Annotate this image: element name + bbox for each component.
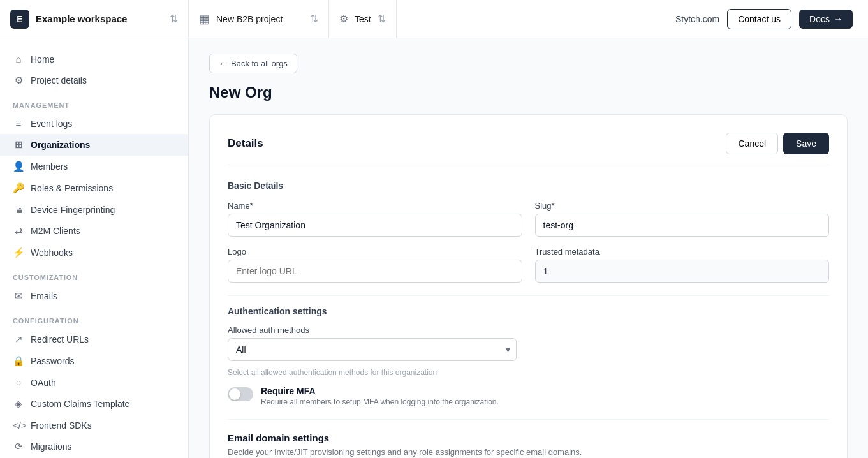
sidebar-item-migrations[interactable]: ⟳ Migrations [0,436,188,457]
sidebar-item-event-logs[interactable]: ≡ Event logs [0,113,188,134]
allowed-auth-helper: Select all allowed authentication method… [228,368,517,377]
sidebar-item-redirect-urls[interactable]: ↗ Redirect URLs [0,329,188,350]
project-icon: ▦ [199,12,210,26]
docs-arrow-icon: → [834,14,842,24]
workspace-avatar: E [10,10,29,29]
sidebar: ⌂ Home ⚙ Project details Management ≡ Ev… [0,38,189,458]
sidebar-label-passwords: Passwords [31,356,74,366]
management-section-label: Management [0,91,188,113]
allowed-auth-label: Allowed auth methods [228,325,517,335]
passwords-icon: 🔒 [13,355,24,367]
metadata-label: Trusted metadata [535,247,830,256]
sidebar-label-redirect-urls: Redirect URLs [31,334,89,344]
project-name: New B2B project [216,14,304,24]
top-header: E Example workspace ⇅ ▦ New B2B project … [0,0,868,38]
sidebar-item-roles-permissions[interactable]: 🔑 Roles & Permissions [0,177,188,199]
cancel-button[interactable]: Cancel [726,133,778,154]
allowed-auth-group: Allowed auth methods All Magic links OAu… [228,325,517,377]
sidebar-label-device-fingerprinting: Device Fingerprinting [31,205,115,215]
require-mfa-row: Require MFA Require all members to setup… [228,386,829,406]
require-mfa-toggle[interactable] [228,387,253,401]
sidebar-label-frontend-sdks: Frontend SDKs [31,420,92,431]
back-button-label: Back to all orgs [231,59,288,68]
auth-settings-section: Authentication settings Allowed auth met… [228,295,829,406]
sidebar-label-webhooks: Webhooks [31,247,73,258]
claims-icon: ◈ [13,398,24,410]
sidebar-item-oauth[interactable]: ○ OAuth [0,372,188,393]
sidebar-label-project-details: Project details [31,75,87,85]
project-switcher[interactable]: ▦ New B2B project ⇅ [189,0,329,38]
allowed-auth-select[interactable]: All Magic links OAuth Password SSO [228,338,517,361]
save-button[interactable]: Save [783,133,829,154]
workspace-chevron-icon: ⇅ [170,13,178,25]
workspace-switcher[interactable]: E Example workspace ⇅ [0,0,189,38]
slug-group: Slug* [535,201,830,237]
basic-details-label: Basic Details [228,181,829,191]
sidebar-item-device-fingerprinting[interactable]: 🖥 Device Fingerprinting [0,199,188,220]
sdk-icon: </> [13,420,24,431]
env-icon: ⚙ [339,13,348,25]
oauth-icon: ○ [13,377,24,388]
require-mfa-label: Require MFA [261,386,499,396]
sidebar-label-oauth: OAuth [31,378,56,388]
sidebar-label-migrations: Migrations [31,441,72,452]
redirect-icon: ↗ [13,334,24,345]
logo-group: Logo [228,247,522,283]
sidebar-item-project-details[interactable]: ⚙ Project details [0,70,188,91]
logo-metadata-row: Logo Trusted metadata [228,247,829,283]
contact-us-button[interactable]: Contact us [727,9,791,29]
sidebar-label-event-logs: Event logs [31,119,72,129]
logo-input[interactable] [228,260,522,283]
name-group: Name* [228,201,522,237]
allowed-auth-select-wrap: All Magic links OAuth Password SSO ▾ [228,338,517,361]
name-label: Name* [228,201,522,211]
app-body: ⌂ Home ⚙ Project details Management ≡ Ev… [0,38,868,458]
sidebar-label-home: Home [31,54,54,64]
sidebar-item-custom-claims[interactable]: ◈ Custom Claims Template [0,393,188,415]
docs-label: Docs [809,14,830,24]
metadata-input[interactable] [535,260,830,283]
env-switcher[interactable]: ⚙ Test ⇅ [329,0,397,38]
project-chevron-icon: ⇅ [310,13,318,25]
main-content: ← Back to all orgs New Org Details Cance… [189,38,868,458]
email-domain-title: Email domain settings [228,432,829,443]
email-domain-section: Email domain settings Decide your Invite… [228,432,829,458]
back-arrow-icon: ← [219,59,227,68]
details-section-title: Details [228,137,263,150]
sidebar-item-webhooks[interactable]: ⚡ Webhooks [0,242,188,263]
sidebar-item-passwords[interactable]: 🔒 Passwords [0,350,188,372]
name-input[interactable] [228,214,522,237]
sidebar-item-m2m-clients[interactable]: ⇄ M2M Clients [0,220,188,242]
metadata-group: Trusted metadata [535,247,830,283]
require-mfa-text: Require MFA Require all members to setup… [261,386,499,406]
m2m-icon: ⇄ [13,225,24,237]
slug-input[interactable] [535,214,830,237]
details-header: Details Cancel Save [228,133,829,165]
docs-button[interactable]: Docs → [799,10,853,29]
gear-icon: ⚙ [13,75,24,86]
page-title: New Org [209,84,848,101]
sidebar-item-frontend-sdks[interactable]: </> Frontend SDKs [0,415,188,436]
require-mfa-desc: Require all members to setup MFA when lo… [261,397,499,406]
sidebar-label-custom-claims: Custom Claims Template [31,399,129,409]
workspace-name: Example workspace [36,13,163,24]
sidebar-label-roles-permissions: Roles & Permissions [31,183,113,193]
logo-label: Logo [228,247,522,256]
env-name: Test [355,14,371,24]
sidebar-label-organizations: Organizations [31,140,90,150]
customization-section-label: Customization [0,263,188,285]
stytch-link[interactable]: Stytch.com [675,14,719,24]
migrations-icon: ⟳ [13,441,24,452]
sidebar-item-home[interactable]: ⌂ Home [0,48,188,70]
sidebar-label-m2m: M2M Clients [31,226,80,236]
sidebar-label-members: Members [31,161,68,172]
event-logs-icon: ≡ [13,118,24,129]
back-to-orgs-button[interactable]: ← Back to all orgs [209,54,297,73]
sidebar-item-members[interactable]: 👤 Members [0,156,188,177]
header-right: Stytch.com Contact us Docs → [675,9,868,29]
email-domain-desc: Decide your Invite/JIT provisioning sett… [228,447,829,457]
organizations-icon: ⊞ [13,139,24,151]
sidebar-item-organizations[interactable]: ⊞ Organizations [0,134,188,156]
auth-settings-title: Authentication settings [228,295,829,316]
sidebar-item-emails[interactable]: ✉ Emails [0,285,188,307]
